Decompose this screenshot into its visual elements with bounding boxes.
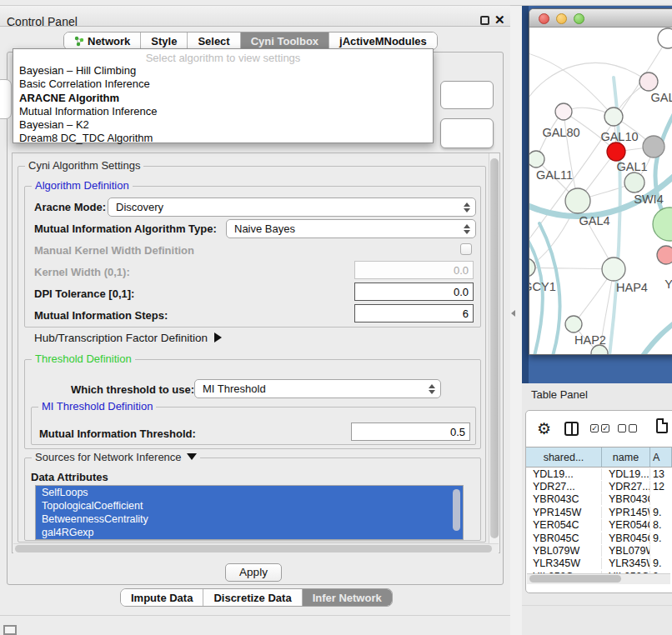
tab-select[interactable]: Select xyxy=(188,32,240,49)
divider-collapse-icon[interactable] xyxy=(511,310,515,317)
dropdown-item[interactable]: Bayesian – K2 xyxy=(13,118,433,132)
stepper-icon[interactable] xyxy=(461,222,472,236)
cell-shared-name: YBL079W xyxy=(526,545,602,557)
table-row[interactable]: YBL079W YBL079W xyxy=(526,544,672,557)
mi-algorithm-type-combobox[interactable]: Naive Bayes xyxy=(226,219,476,238)
select-all-columns-icon[interactable]: ✓ ✓ xyxy=(590,424,609,432)
table-row[interactable]: YLR345W YLR345W 9. xyxy=(526,558,672,570)
network-node-gcy1[interactable] xyxy=(529,258,535,277)
table-hscrollbar-thumb[interactable] xyxy=(529,575,621,582)
network-node-y[interactable] xyxy=(657,246,672,264)
dpi-tolerance-field[interactable] xyxy=(354,282,474,301)
attribute-item-selected[interactable]: SelfLoops xyxy=(36,486,463,499)
dropdown-items: Bayesian – Hill ClimbingBasic Correlatio… xyxy=(13,64,433,146)
hub-section-toggle[interactable]: Hub/Transcription Factor Definition xyxy=(34,332,222,344)
mac-zoom-icon[interactable] xyxy=(574,13,584,24)
network-graph[interactable]: GALGAL80GAL10GAL1GAL11SWI4GAL4GCY1HAP4YH… xyxy=(529,28,672,355)
which-threshold-combobox[interactable]: MI Threshold xyxy=(194,379,441,398)
mac-minimize-icon[interactable] xyxy=(556,13,567,24)
network-node-label: GAL80 xyxy=(542,126,579,139)
network-node-gal80[interactable] xyxy=(555,103,572,120)
network-node-gal10[interactable] xyxy=(604,108,623,126)
new-table-icon[interactable] xyxy=(656,418,668,433)
attribute-item-selected[interactable]: TopologicalCoefficient xyxy=(36,499,463,512)
table-header-row: shared... name A xyxy=(526,447,672,468)
table-row[interactable]: YDL19... YDL19... 13 xyxy=(526,468,672,480)
table-row[interactable]: YBR045C YBR045C 9. xyxy=(526,532,672,544)
column-header-shared-name[interactable]: shared... xyxy=(526,448,602,467)
collapse-arrow-icon xyxy=(187,453,197,460)
sources-legend[interactable]: Sources for Network Inference xyxy=(32,451,200,463)
manual-kernel-width-checkbox[interactable] xyxy=(460,243,472,255)
inference-algorithm-combobox-partial[interactable] xyxy=(440,81,494,109)
table-body: YDL19... YDL19... 13 YDR27... YDR27... 1… xyxy=(526,468,672,576)
tab-cyni-toolbox[interactable]: Cyni Toolbox xyxy=(241,32,329,49)
tab-network[interactable]: Network xyxy=(64,32,141,49)
mi-steps-field[interactable] xyxy=(354,304,474,322)
network-node-gal[interactable] xyxy=(639,72,658,91)
cell-value: 13 xyxy=(650,468,672,480)
mac-close-icon[interactable] xyxy=(539,13,549,24)
settings-hscrollbar-thumb[interactable] xyxy=(15,545,492,552)
gear-icon[interactable]: ⚙ xyxy=(537,419,551,438)
dropdown-item[interactable]: Dream8 DC_TDC Algorithm xyxy=(13,132,433,145)
network-node-gal11[interactable] xyxy=(529,151,544,168)
top-toolbar-edge xyxy=(510,0,672,6)
list-scrollbar-thumb[interactable] xyxy=(453,489,460,531)
network-window-titlebar[interactable] xyxy=(529,9,672,28)
column-header-partial[interactable]: A xyxy=(650,448,672,467)
network-node-swi4[interactable] xyxy=(624,172,644,192)
deselect-all-columns-icon[interactable] xyxy=(618,424,637,432)
network-node-hap4[interactable] xyxy=(602,258,625,281)
network-node[interactable] xyxy=(658,28,672,48)
dropdown-item[interactable]: ARACNE Algorithm xyxy=(13,92,433,105)
tab-discretize-data[interactable]: Discretize Data xyxy=(203,589,302,606)
dropdown-item[interactable]: Bayesian – Hill Climbing xyxy=(13,64,433,78)
columns-icon[interactable] xyxy=(564,422,579,436)
table-row[interactable]: YBR043C YBR043C xyxy=(526,493,672,506)
aracne-mode-combobox[interactable]: Discovery xyxy=(108,198,476,217)
kernel-width-field[interactable] xyxy=(354,261,474,279)
network-node[interactable] xyxy=(643,136,664,158)
tab-impute-data[interactable]: Impute Data xyxy=(121,589,203,606)
table-row[interactable]: YDR27... YDR27... 12 xyxy=(526,480,672,492)
cell-name: YDL19... xyxy=(602,468,650,480)
tab-infer-network[interactable]: Infer Network xyxy=(303,589,392,606)
attribute-item-selected[interactable]: gal4RGexp xyxy=(36,526,463,539)
control-panel-titlebar: Control Panel ✕ xyxy=(0,5,510,27)
panel-divider[interactable] xyxy=(510,6,522,635)
which-threshold-label: Which threshold to use: xyxy=(71,383,194,396)
network-node-hap2[interactable] xyxy=(565,316,582,332)
settings-scrollbar-thumb[interactable] xyxy=(490,158,499,538)
close-panel-icon[interactable]: ✕ xyxy=(494,12,505,28)
panel-restore-icon[interactable] xyxy=(3,625,17,635)
mi-threshold-field[interactable] xyxy=(351,422,470,441)
table-row[interactable]: YER054C YER054C 8. xyxy=(526,519,672,532)
control-panel-tabs: Network Style Select Cyni Toolbox jActiv… xyxy=(63,32,438,50)
network-node[interactable] xyxy=(653,208,672,241)
network-node-label: HAP4 xyxy=(616,281,648,294)
network-node-gal4[interactable] xyxy=(565,188,590,213)
dpi-tolerance-label: DPI Tolerance [0,1]: xyxy=(34,288,134,300)
dropdown-item[interactable]: Mutual Information Inference xyxy=(13,105,433,118)
network-node-label: GAL xyxy=(650,91,672,104)
tab-style[interactable]: Style xyxy=(141,32,188,49)
apply-button[interactable]: Apply xyxy=(225,563,282,582)
table-row[interactable]: YPR145W YPR145W 9. xyxy=(526,506,672,518)
column-header-name[interactable]: name xyxy=(602,448,650,467)
stepper-icon[interactable] xyxy=(461,201,472,214)
unchecked-box-icon xyxy=(629,424,637,432)
float-panel-icon[interactable] xyxy=(480,16,489,25)
attribute-item-selected[interactable]: BetweennessCentrality xyxy=(36,512,463,526)
dropdown-item[interactable]: Basic Correlation Inference xyxy=(13,78,433,91)
cell-value: 12 xyxy=(650,481,672,492)
checked-box-icon: ✓ xyxy=(601,424,609,432)
tab-jactivemnodules[interactable]: jActiveMNodules xyxy=(329,32,437,49)
node-combobox-partial[interactable] xyxy=(440,118,494,148)
threshold-definition-legend: Threshold Definition xyxy=(32,352,135,365)
network-node-gal1[interactable] xyxy=(607,142,625,161)
cell-name: YBR045C xyxy=(602,532,650,544)
aracne-mode-value: Discovery xyxy=(116,201,163,213)
aracne-mode-label: Aracne Mode: xyxy=(34,201,106,213)
stepper-icon[interactable] xyxy=(426,382,437,396)
